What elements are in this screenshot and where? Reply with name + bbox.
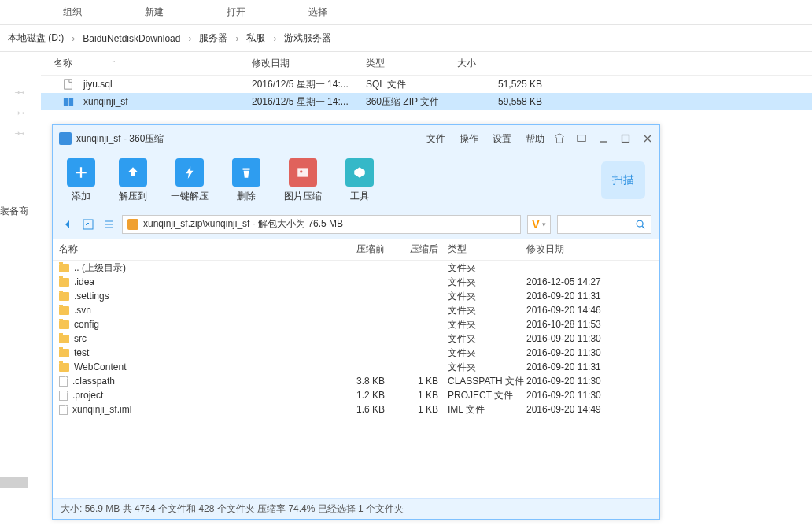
crumb-3[interactable]: 私服	[242, 31, 270, 45]
zrow-name-text: .project	[72, 390, 103, 401]
zip-row[interactable]: config文件夹2016-10-28 11:53	[53, 317, 659, 332]
zrow-after: 1 KB	[385, 404, 438, 415]
pin-icon[interactable]	[14, 126, 28, 139]
explorer-list: 名称˄ 修改日期 类型 大小 jiyu.sql 2016/12/5 星期一 14…	[41, 52, 812, 110]
scan-button[interactable]: 扫描	[601, 161, 645, 199]
menu-bar: 文件 操作 设置 帮助	[426, 132, 544, 146]
folder-icon	[59, 264, 69, 272]
zrow-name-text: test	[74, 347, 89, 358]
zip-row[interactable]: .svn文件夹2016-09-20 14:46	[53, 303, 659, 317]
zcol-type[interactable]: 类型	[438, 243, 526, 256]
file-row[interactable]: jiyu.sql 2016/12/5 星期一 14:... SQL 文件 51,…	[41, 76, 812, 93]
maximize-icon[interactable]	[620, 133, 631, 144]
file-size: 59,558 KB	[457, 96, 558, 107]
svg-rect-6	[297, 168, 308, 176]
zip-row[interactable]: WebContent文件夹2016-09-20 11:31	[53, 360, 659, 374]
crumb-2[interactable]: 服务器	[194, 31, 232, 45]
zcol-date[interactable]: 修改日期	[526, 243, 644, 256]
shirt-icon[interactable]	[554, 133, 565, 144]
column-type[interactable]: 类型	[366, 57, 457, 70]
folder-icon	[127, 219, 138, 230]
file-date: 2016/12/5 星期一 14:...	[252, 78, 366, 91]
zrow-type: 文件夹	[438, 304, 526, 317]
column-date[interactable]: 修改日期	[252, 57, 366, 70]
zip-window: xunqinji_sf - 360压缩 文件 操作 设置 帮助 添加 解压到 一…	[52, 124, 660, 520]
zcol-before[interactable]: 压缩前	[336, 243, 385, 256]
file-type: SQL 文件	[366, 78, 457, 91]
search-box[interactable]	[557, 215, 651, 234]
zrow-date: 2016-09-20 11:31	[526, 291, 644, 302]
status-bar: 大小: 56.9 MB 共 4764 个文件和 428 个文件夹 压缩率 74.…	[53, 498, 659, 519]
zrow-name-text: xunqinji_sf.iml	[72, 404, 131, 415]
up-icon[interactable]	[81, 217, 95, 232]
zrow-before: 1.6 KB	[336, 404, 385, 415]
zrow-name-text: .idea	[74, 276, 94, 287]
zrow-type: IML 文件	[438, 403, 526, 417]
toolbar: 添加 解压到 一键解压 删除 图片压缩 工具 扫描	[53, 152, 659, 209]
zip-row[interactable]: .classpath3.8 KB1 KBCLASSPATH 文件2016-09-…	[53, 374, 659, 388]
zip-row[interactable]: .. (上级目录)文件夹	[53, 261, 659, 275]
crumb-drive[interactable]: 本地磁盘 (D:)	[3, 31, 68, 45]
zip-list: 名称 压缩前 压缩后 类型 修改日期 .. (上级目录)文件夹.idea文件夹2…	[53, 239, 659, 498]
zcol-after[interactable]: 压缩后	[385, 243, 438, 256]
ribbon-tab-organize[interactable]: 组织	[63, 6, 82, 19]
crumb-4[interactable]: 游戏服务器	[279, 31, 336, 45]
ribbon-tab-select[interactable]: 选择	[308, 6, 327, 19]
feedback-icon[interactable]	[576, 133, 587, 144]
folder-icon	[59, 363, 69, 372]
minimize-icon[interactable]	[598, 133, 609, 144]
zip-row[interactable]: .project1.2 KB1 KBPROJECT 文件2016-09-20 1…	[53, 388, 659, 402]
chevron-right-icon: ›	[232, 33, 242, 44]
column-size[interactable]: 大小	[457, 57, 558, 70]
explorer-header: 名称˄ 修改日期 类型 大小	[41, 52, 812, 76]
zrow-date: 2016-10-28 11:53	[526, 319, 644, 330]
zrow-type: 文件夹	[438, 332, 526, 346]
svg-line-10	[642, 226, 644, 228]
ribbon-tab-new[interactable]: 新建	[145, 6, 164, 19]
toolbar-extract-to[interactable]: 解压到	[119, 158, 147, 203]
window-title: xunqinji_sf - 360压缩	[76, 132, 426, 146]
toolbar-delete[interactable]: 删除	[232, 158, 260, 203]
path-dropdown[interactable]: V ▾	[527, 215, 551, 234]
toolbar-add[interactable]: 添加	[67, 158, 95, 203]
zip-row[interactable]: src文件夹2016-09-20 11:30	[53, 332, 659, 346]
zip-row[interactable]: xunqinji_sf.iml1.6 KB1 KBIML 文件2016-09-2…	[53, 402, 659, 417]
zip-row[interactable]: test文件夹2016-09-20 11:30	[53, 346, 659, 360]
zip-row[interactable]: .settings文件夹2016-09-20 11:31	[53, 289, 659, 303]
zrow-name-text: .svn	[74, 305, 91, 316]
svg-rect-2	[68, 98, 69, 106]
zcol-name[interactable]: 名称	[53, 243, 336, 256]
file-icon	[59, 405, 68, 415]
folder-icon	[59, 320, 69, 329]
toolbar-tools[interactable]: 工具	[345, 158, 374, 203]
file-name: xunqinji_sf	[83, 96, 128, 107]
zrow-name-text: .settings	[74, 291, 109, 302]
menu-file[interactable]: 文件	[426, 132, 445, 146]
chevron-right-icon: ›	[270, 33, 279, 44]
menu-help[interactable]: 帮助	[526, 132, 544, 146]
file-row[interactable]: xunqinji_sf 2016/12/5 星期一 14:... 360压缩 Z…	[41, 93, 812, 110]
crumb-1[interactable]: BaiduNetdiskDownload	[78, 33, 185, 44]
zrow-name-text: .. (上级目录)	[74, 261, 126, 275]
path-input[interactable]: xunqinji_sf.zip\xunqinji_sf - 解包大小为 76.5…	[122, 215, 521, 234]
toolbar-image-compress[interactable]: 图片压缩	[284, 158, 322, 203]
column-name[interactable]: 名称˄	[41, 57, 252, 70]
menu-settings[interactable]: 设置	[493, 132, 511, 146]
sidebar-label: 装备商	[0, 205, 28, 218]
pin-icon[interactable]	[14, 85, 28, 98]
titlebar[interactable]: xunqinji_sf - 360压缩 文件 操作 设置 帮助	[53, 125, 659, 152]
back-icon[interactable]	[61, 217, 75, 232]
zrow-type: 文件夹	[438, 261, 526, 275]
ribbon-tab-open[interactable]: 打开	[227, 6, 245, 19]
toolbar-quick-extract[interactable]: 一键解压	[171, 158, 209, 203]
list-icon[interactable]	[102, 217, 116, 232]
menu-action[interactable]: 操作	[460, 132, 478, 146]
zip-row[interactable]: .idea文件夹2016-12-05 14:27	[53, 275, 659, 289]
quick-access-pins	[16, 87, 25, 137]
zrow-name-text: WebContent	[74, 361, 127, 372]
close-icon[interactable]	[642, 133, 653, 144]
pin-icon[interactable]	[14, 106, 28, 119]
file-date: 2016/12/5 星期一 14:...	[252, 95, 366, 109]
ribbon: 组织 新建 打开 选择	[0, 0, 812, 25]
svg-rect-8	[83, 220, 93, 229]
